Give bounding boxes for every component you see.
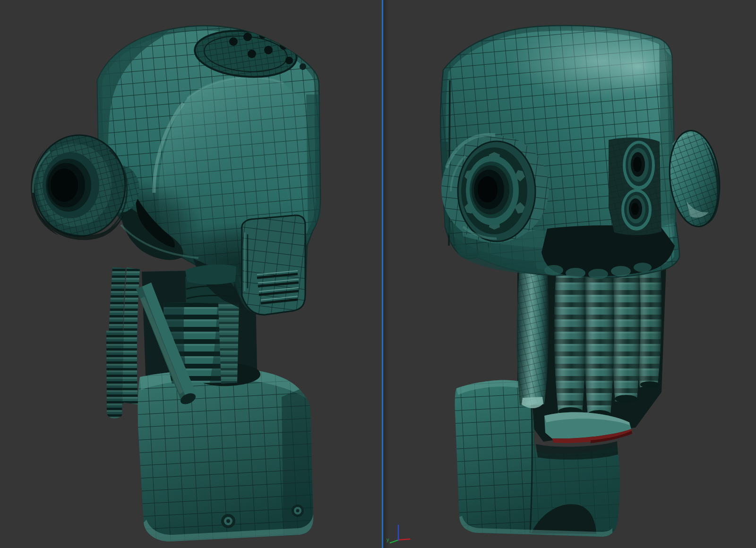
- svg-text:y: y: [387, 537, 389, 542]
